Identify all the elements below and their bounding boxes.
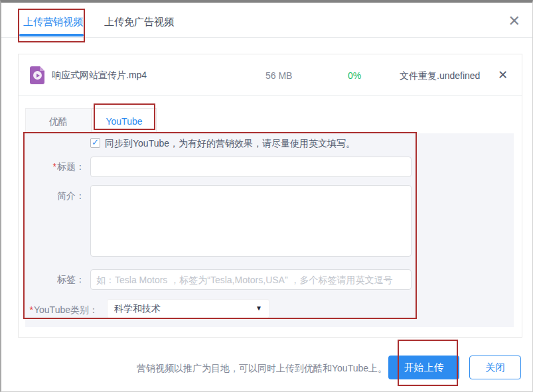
file-fold-shade [40,66,44,71]
tab-youku[interactable]: 优酷 [25,108,92,133]
title-label: *标题： [35,161,85,173]
tab-upload-marketing-video[interactable]: 上传营销视频 [23,16,83,29]
footer-note: 营销视频以推广为目地，可以同时上传到优酷和YouTube上。 [137,363,386,375]
video-file-icon [30,66,44,84]
file-progress: 0% [348,70,361,81]
file-size: 56 MB [266,70,292,81]
youtube-form-panel: ✓ 同步到YouTube，为有好的营销效果，请尽量使用英文填写。 *标题： 简介… [25,133,514,327]
title-input[interactable] [90,157,412,177]
category-label: *YouTube类别： [29,304,98,316]
file-row: 响应式网站宣传片.mp4 56 MB 0% 文件重复.undefined ✕ [19,54,522,96]
file-remove-icon[interactable]: ✕ [498,68,508,82]
category-selected-value: 科学和技术 [114,303,161,315]
description-label: 简介： [35,190,85,202]
checkmark-icon: ✓ [92,137,99,147]
sync-checkbox-label: 同步到YouTube，为有好的营销效果，请尽量使用英文填写。 [105,138,384,150]
file-status: 文件重复.undefined [400,70,480,82]
dropdown-arrow-icon: ▼ [256,304,262,312]
description-textarea[interactable] [90,185,412,257]
play-triangle-icon [37,74,40,78]
category-select[interactable]: 科学和技术 ▼ [107,299,269,318]
required-asterisk: * [53,161,56,172]
start-upload-button[interactable]: 开始上传 [388,356,459,379]
close-button[interactable]: 关闭 [469,356,521,379]
sync-checkbox[interactable]: ✓ [90,138,100,148]
upload-dialog: 上传营销视频 上传免广告视频 ✕ 响应式网站宣传片.mp4 56 MB 0% 文… [0,0,533,392]
tags-label: 标签： [35,274,85,286]
tab-upload-adfree-video[interactable]: 上传免广告视频 [104,16,174,29]
tab-youtube[interactable]: YouTube [92,108,157,133]
upload-content-card: 响应式网站宣传片.mp4 56 MB 0% 文件重复.undefined ✕ 优… [18,54,522,338]
tags-input[interactable] [90,269,412,290]
active-tab-underline [19,34,84,36]
dialog-header: 上传营销视频 上传免广告视频 ✕ [1,3,532,38]
file-name: 响应式网站宣传片.mp4 [52,70,147,82]
required-asterisk: * [30,304,33,315]
dialog-close-icon[interactable]: ✕ [508,15,520,28]
